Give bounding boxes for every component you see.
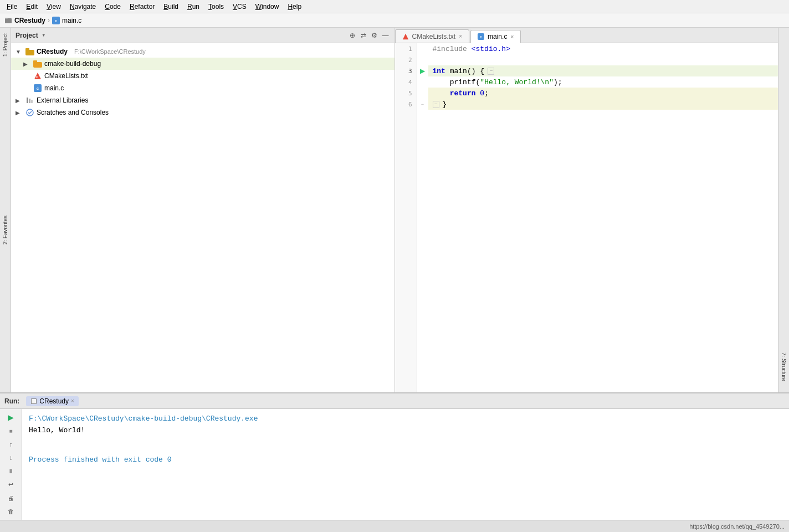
tree-label-root: CRestudy (37, 48, 68, 55)
code-content[interactable]: #include <stdio.h> int main() { − printf… (428, 43, 778, 392)
right-sidebar: 7: Structure (778, 28, 789, 392)
svg-text:C: C (36, 75, 38, 79)
sidebar-label-favorites[interactable]: 2: Favorites (2, 216, 8, 244)
editor-tabs: CMakeLists.txt × c main.c × (395, 28, 778, 43)
menu-refactor[interactable]: Refactor (125, 2, 159, 12)
menu-window[interactable]: Window (251, 2, 284, 12)
run-print-button[interactable]: 🖨 (6, 493, 17, 503)
line-num-6: 6 (395, 99, 417, 110)
line-num-5: 5 (395, 88, 417, 99)
c-file-icon: c (33, 84, 42, 93)
output-line-path: F:\CWorkSpace\CRestudy\cmake-build-debug… (29, 413, 782, 425)
tree-label-scratches: Scratches and Consoles (37, 109, 109, 116)
sidebar-label-project[interactable]: 1: Project (2, 33, 8, 57)
code-5-semi: ; (484, 89, 489, 98)
tab-label-mainc: main.c (488, 33, 507, 40)
breadcrumb-c-icon: c (52, 16, 60, 25)
tree-label-external-libs: External Libraries (37, 96, 88, 104)
svg-rect-4 (27, 98, 28, 103)
settings-icon[interactable]: ⚙ (370, 31, 379, 40)
svg-rect-5 (29, 99, 30, 103)
status-bar: https://blog.csdn.net/qq_4549270... (0, 520, 789, 532)
tab-mainc[interactable]: c main.c × (470, 30, 521, 43)
code-editor-container: 1 2 3 4 5 6 ▶ − (395, 43, 778, 392)
gutter-fold[interactable]: − (417, 99, 428, 110)
menu-bar: File Edit View Navigate Code Refactor Bu… (0, 0, 789, 13)
sidebar-label-structure[interactable]: 7: Structure (781, 352, 787, 381)
code-5-zero: 0 (480, 89, 484, 98)
project-panel: Project ▼ ⊕ ⇄ ⚙ — ▼ CRestudy F:\C (11, 28, 395, 392)
menu-code[interactable]: Code (100, 2, 125, 12)
run-tab-label: CRestudy (39, 397, 69, 405)
fold-icon[interactable]: − (421, 101, 424, 107)
gutter-run[interactable]: ▶ (417, 65, 428, 76)
menu-vcs[interactable]: VCS (228, 2, 251, 12)
run-tab-close[interactable]: × (71, 398, 74, 404)
fold-indicator-6[interactable]: − (433, 101, 439, 108)
run-stop-button[interactable]: ■ (6, 426, 17, 436)
run-up-button[interactable]: ↑ (6, 439, 17, 449)
panel-header: Project ▼ ⊕ ⇄ ⚙ — (11, 28, 394, 43)
run-label: Run: (4, 397, 19, 405)
menu-view[interactable]: View (42, 2, 65, 12)
menu-build[interactable]: Build (159, 2, 183, 12)
tree-item-cmakelists[interactable]: C CMakeLists.txt (11, 70, 394, 82)
menu-help[interactable]: Help (283, 2, 306, 12)
code-line-1: #include <stdio.h> (428, 43, 778, 54)
menu-navigate[interactable]: Navigate (65, 2, 100, 12)
main-content: 1: Project 2: Favorites Project ▼ ⊕ ⇄ ⚙ … (0, 28, 789, 392)
tree-item-external-libs[interactable]: ▶ External Libraries (11, 94, 394, 106)
run-arrow-icon[interactable]: ▶ (420, 67, 425, 75)
expand-icon-cmake: ▶ (23, 61, 31, 67)
svg-rect-1 (5, 18, 8, 19)
menu-tools[interactable]: Tools (204, 2, 228, 12)
run-down-button[interactable]: ↓ (6, 453, 17, 463)
tree-item-scratches[interactable]: ▶ Scratches and Consoles (11, 106, 394, 119)
run-play-button[interactable]: ▶ (6, 412, 17, 422)
breadcrumb-project[interactable]: CRestudy (14, 17, 45, 24)
menu-file[interactable]: File (2, 2, 22, 12)
cmake-file-icon: C (33, 71, 42, 80)
line-num-3: 3 (395, 65, 417, 76)
gutter-2 (417, 54, 428, 65)
run-pause-button[interactable]: ⏸ (6, 466, 17, 476)
equalizer-icon[interactable]: ⇄ (359, 31, 368, 40)
globe-icon[interactable]: ⊕ (348, 31, 357, 40)
code-line-2 (428, 54, 778, 65)
tab-label-cmakelists: CMakeLists.txt (412, 33, 456, 40)
panel-title: Project (16, 32, 38, 39)
tree-item-root[interactable]: ▼ CRestudy F:\CWorkSpace\CRestudy (11, 45, 394, 58)
bottom-tabs-bar: Run: CRestudy × (0, 393, 789, 409)
external-libs-icon (25, 96, 34, 105)
panel-dropdown-icon[interactable]: ▼ (42, 33, 46, 38)
bottom-panel: Run: CRestudy × ▶ ■ ↑ ↓ ⏸ ↩ 🖨 🗑 F:\CWork… (0, 392, 789, 520)
code-line-6: − } (428, 99, 778, 110)
breadcrumb-sep: › (48, 17, 50, 24)
tree-item-cmake-build[interactable]: ▶ cmake-build-debug (11, 58, 394, 70)
folder-icon-cmake (33, 59, 42, 68)
tab-close-mainc[interactable]: × (510, 34, 514, 40)
panel-header-icons: ⊕ ⇄ ⚙ — (348, 31, 390, 40)
line-numbers: 1 2 3 4 5 6 (395, 43, 417, 392)
code-4-end: ); (554, 78, 562, 86)
run-wrap-button[interactable]: ↩ (6, 479, 17, 489)
tab-run-crestudy[interactable]: CRestudy × (26, 396, 79, 406)
code-line-4: printf("Hello, World!\n"); (428, 76, 778, 88)
run-tab-icon (30, 398, 37, 405)
minimize-icon[interactable]: — (381, 31, 390, 40)
fold-indicator-3[interactable]: − (488, 68, 494, 75)
tree-item-mainc[interactable]: c main.c (11, 82, 394, 94)
folder-icon-root (25, 47, 34, 56)
menu-edit[interactable]: Edit (22, 2, 42, 12)
code-3-brace: { (480, 67, 484, 75)
breadcrumb-file[interactable]: main.c (62, 17, 81, 24)
tab-cmakelists[interactable]: CMakeLists.txt × (395, 29, 470, 43)
svg-rect-6 (31, 100, 33, 103)
svg-marker-8 (402, 33, 408, 39)
expand-icon-external: ▶ (16, 98, 23, 104)
menu-run[interactable]: Run (183, 2, 204, 12)
tab-close-cmakelists[interactable]: × (459, 33, 462, 39)
line-num-4: 4 (395, 76, 417, 88)
code-6-close: } (443, 100, 447, 109)
run-trash-button[interactable]: 🗑 (6, 507, 17, 516)
